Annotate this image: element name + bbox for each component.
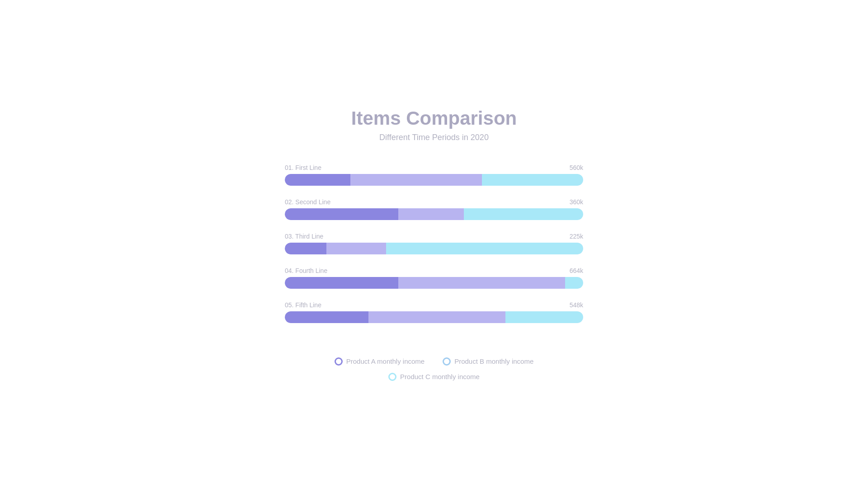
bar-value: 548k xyxy=(570,301,583,309)
bar-segment-a xyxy=(285,174,350,186)
bar-segment-c xyxy=(482,174,583,186)
bar-label: 01. First Line xyxy=(285,164,321,171)
bar-label: 03. Third Line xyxy=(285,233,323,240)
legend-label-b: Product B monthly income xyxy=(454,357,533,365)
chart-legend: Product A monthly income Product B month… xyxy=(285,357,583,381)
legend-label-c: Product C monthly income xyxy=(400,373,480,380)
bar-group-02: 02. Second Line 360k xyxy=(285,198,583,220)
legend-item-a: Product A monthly income xyxy=(335,357,425,366)
bar-track xyxy=(285,277,583,289)
legend-item-c: Product C monthly income xyxy=(388,373,480,381)
bars-section: 01. First Line 560k 02. Second Line 360k… xyxy=(285,164,583,336)
bar-segment-a xyxy=(285,208,398,220)
bar-group-01: 01. First Line 560k xyxy=(285,164,583,186)
bar-segment-b xyxy=(326,243,386,254)
bar-value: 560k xyxy=(570,164,583,171)
bar-segment-c xyxy=(505,311,583,323)
bar-segment-b xyxy=(398,277,566,289)
bar-segment-a xyxy=(285,311,368,323)
bar-value: 225k xyxy=(570,233,583,240)
bar-track xyxy=(285,243,583,254)
bar-value: 664k xyxy=(570,267,583,274)
bar-segment-b xyxy=(398,208,464,220)
bar-segment-a xyxy=(285,277,398,289)
bar-segment-c xyxy=(464,208,583,220)
legend-item-b: Product B monthly income xyxy=(443,357,533,366)
legend-dot-b xyxy=(443,357,451,366)
bar-segment-a xyxy=(285,243,326,254)
bar-value: 360k xyxy=(570,198,583,206)
bar-segment-b xyxy=(350,174,481,186)
bar-track xyxy=(285,208,583,220)
chart-container: Items Comparison Different Time Periods … xyxy=(285,108,583,381)
chart-subtitle: Different Time Periods in 2020 xyxy=(379,133,489,142)
legend-label-a: Product A monthly income xyxy=(346,357,425,365)
bar-segment-c xyxy=(386,243,583,254)
chart-title: Items Comparison xyxy=(351,108,517,129)
bar-label: 04. Fourth Line xyxy=(285,267,327,274)
bar-group-03: 03. Third Line 225k xyxy=(285,233,583,254)
bar-segment-c xyxy=(565,277,583,289)
bar-track xyxy=(285,174,583,186)
legend-dot-a xyxy=(335,357,343,366)
legend-dot-c xyxy=(388,373,396,381)
bar-group-05: 05. Fifth Line 548k xyxy=(285,301,583,323)
bar-track xyxy=(285,311,583,323)
bar-label: 02. Second Line xyxy=(285,198,330,206)
bar-label: 05. Fifth Line xyxy=(285,301,321,309)
bar-segment-b xyxy=(368,311,506,323)
bar-group-04: 04. Fourth Line 664k xyxy=(285,267,583,289)
